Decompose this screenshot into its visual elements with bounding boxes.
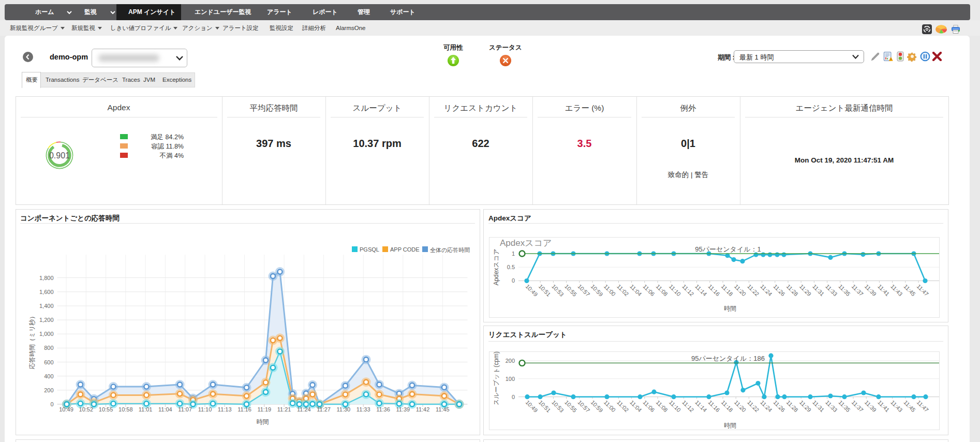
svg-text:11:20: 11:20 — [733, 399, 747, 412]
svg-text:1,800: 1,800 — [39, 275, 53, 281]
svg-text:11:39: 11:39 — [396, 406, 410, 412]
svg-text:11:28: 11:28 — [785, 399, 799, 412]
svg-text:10:57: 10:57 — [576, 399, 591, 413]
svg-text:11:13: 11:13 — [217, 406, 231, 412]
svg-text:11:26: 11:26 — [772, 399, 786, 412]
svg-text:11:37: 11:37 — [851, 283, 865, 297]
svg-text:11:14: 11:14 — [694, 283, 708, 297]
svg-text:10:53: 10:53 — [551, 283, 565, 298]
svg-text:11:39: 11:39 — [864, 283, 878, 297]
svg-text:11:18: 11:18 — [720, 399, 734, 412]
svg-text:600: 600 — [44, 359, 53, 365]
svg-text:10:55: 10:55 — [563, 399, 578, 413]
svg-text:95パーセンタイル：1: 95パーセンタイル：1 — [695, 245, 761, 253]
svg-text:11:47: 11:47 — [916, 283, 930, 297]
svg-text:10:53: 10:53 — [551, 399, 565, 413]
svg-text:11:07: 11:07 — [178, 406, 192, 412]
svg-text:11:12: 11:12 — [681, 399, 695, 412]
svg-text:10:49: 10:49 — [59, 406, 73, 412]
svg-text:11:39: 11:39 — [864, 399, 878, 412]
svg-text:11:33: 11:33 — [356, 406, 370, 412]
svg-text:11:45: 11:45 — [902, 399, 916, 412]
svg-text:11:37: 11:37 — [851, 399, 865, 412]
svg-text:11:29: 11:29 — [798, 283, 812, 297]
svg-text:11:24: 11:24 — [297, 406, 311, 412]
svg-text:1,600: 1,600 — [39, 289, 53, 295]
svg-text:時間: 時間 — [724, 305, 736, 312]
svg-text:11:31: 11:31 — [811, 399, 825, 412]
svg-text:10:57: 10:57 — [576, 283, 591, 298]
svg-text:0.901: 0.901 — [49, 151, 70, 160]
svg-text:11:22: 11:22 — [746, 399, 760, 412]
svg-text:11:18: 11:18 — [720, 283, 734, 297]
svg-text:10:58: 10:58 — [118, 406, 133, 412]
svg-text:10:55: 10:55 — [98, 406, 113, 412]
svg-text:応答時間（ミリ秒）: 応答時間（ミリ秒） — [28, 313, 35, 370]
svg-text:10:59: 10:59 — [590, 283, 604, 298]
svg-text:11:06: 11:06 — [642, 283, 656, 297]
svg-text:11:00: 11:00 — [603, 399, 617, 412]
svg-text:10:49: 10:49 — [525, 399, 539, 413]
svg-text:11:36: 11:36 — [376, 406, 390, 412]
svg-text:時間: 時間 — [724, 422, 736, 429]
svg-text:11:12: 11:12 — [681, 283, 695, 297]
svg-text:11:26: 11:26 — [772, 283, 786, 297]
svg-text:11:45: 11:45 — [902, 283, 916, 297]
svg-text:11:47: 11:47 — [916, 399, 930, 412]
svg-text:11:43: 11:43 — [889, 283, 903, 297]
svg-text:11:30: 11:30 — [336, 406, 350, 412]
svg-text:11:33: 11:33 — [824, 283, 838, 297]
svg-text:時間: 時間 — [256, 418, 269, 425]
svg-text:11:22: 11:22 — [746, 283, 760, 297]
svg-text:0: 0 — [512, 277, 515, 284]
svg-text:11:19: 11:19 — [257, 406, 271, 412]
svg-text:10:55: 10:55 — [563, 283, 578, 298]
svg-text:11:41: 11:41 — [877, 283, 890, 297]
svg-text:11:43: 11:43 — [889, 399, 903, 412]
svg-text:11:01: 11:01 — [138, 406, 152, 412]
svg-text:11:41: 11:41 — [877, 399, 890, 412]
svg-text:11:42: 11:42 — [415, 406, 429, 412]
svg-text:11:45: 11:45 — [435, 406, 449, 412]
svg-text:Apdexスコア: Apdexスコア — [500, 238, 552, 248]
svg-text:11:02: 11:02 — [616, 399, 630, 412]
svg-text:11:04: 11:04 — [158, 406, 172, 412]
svg-text:11:20: 11:20 — [733, 283, 747, 297]
svg-text:11:27: 11:27 — [317, 406, 331, 412]
svg-text:0: 0 — [50, 401, 53, 407]
svg-text:1,400: 1,400 — [39, 303, 53, 309]
svg-text:10:59: 10:59 — [590, 399, 604, 413]
svg-text:スループット(cpm): スループット(cpm) — [493, 351, 500, 405]
svg-text:10:51: 10:51 — [538, 283, 552, 298]
svg-text:11:35: 11:35 — [837, 283, 851, 297]
svg-text:800: 800 — [44, 345, 53, 351]
svg-text:1,000: 1,000 — [39, 331, 53, 337]
svg-text:11:31: 11:31 — [811, 283, 825, 297]
svg-text:11:06: 11:06 — [642, 399, 656, 412]
svg-text:11:10: 11:10 — [668, 399, 682, 412]
svg-text:11:04: 11:04 — [629, 399, 643, 412]
svg-text:95パーセンタイル：186: 95パーセンタイル：186 — [691, 355, 765, 362]
svg-text:10:52: 10:52 — [79, 406, 93, 412]
svg-text:Apdexスコア: Apdexスコア — [493, 249, 500, 286]
svg-text:11:08: 11:08 — [655, 283, 669, 297]
svg-text:11:14: 11:14 — [694, 399, 708, 412]
svg-text:0.5: 0.5 — [507, 264, 515, 270]
svg-text:11:08: 11:08 — [655, 399, 669, 412]
svg-text:11:21: 11:21 — [277, 406, 291, 412]
svg-text:11:35: 11:35 — [837, 399, 851, 412]
svg-text:11:16: 11:16 — [237, 406, 251, 412]
svg-text:11:00: 11:00 — [603, 283, 617, 297]
svg-text:400: 400 — [44, 373, 53, 379]
svg-text:200: 200 — [506, 358, 515, 364]
svg-text:11:16: 11:16 — [707, 283, 721, 297]
svg-text:11:24: 11:24 — [759, 399, 773, 412]
svg-text:10:49: 10:49 — [525, 283, 539, 298]
svg-text:11:29: 11:29 — [798, 399, 812, 412]
svg-text:11:10: 11:10 — [668, 283, 682, 297]
svg-text:11:33: 11:33 — [824, 399, 838, 412]
svg-text:100: 100 — [506, 376, 515, 382]
svg-text:1: 1 — [512, 251, 515, 257]
svg-text:11:04: 11:04 — [629, 283, 643, 297]
svg-text:11:28: 11:28 — [785, 283, 799, 297]
